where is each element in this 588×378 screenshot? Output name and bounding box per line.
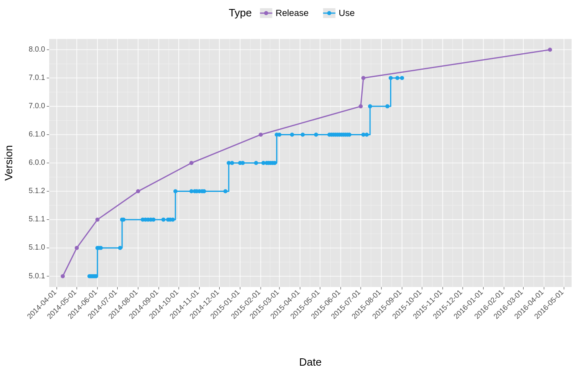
y-tick-label: 7.0.1: [29, 73, 45, 82]
y-tick-label: 5.1.1: [29, 215, 45, 223]
y-tick-label: 6.0.0: [29, 158, 45, 166]
series-release-point: [75, 246, 79, 250]
legend-item-use: Use: [323, 8, 355, 18]
series-release-point: [259, 132, 263, 137]
series-use-point: [400, 76, 404, 80]
y-tick-label: 7.0.0: [29, 102, 45, 110]
series-use-point: [99, 246, 103, 250]
chart-svg: 5.0.15.1.05.1.15.1.26.0.06.1.07.0.07.0.1…: [0, 0, 588, 378]
series-use-point: [241, 161, 245, 165]
series-use-point: [94, 274, 98, 278]
series-use-point: [314, 132, 318, 137]
series-use-point: [365, 132, 369, 137]
series-release-point: [189, 161, 193, 165]
legend: TypeReleaseUse: [229, 7, 355, 19]
chart-container: 5.0.15.1.05.1.15.1.26.0.06.1.07.0.07.0.1…: [0, 0, 588, 378]
legend-label: Release: [276, 8, 309, 18]
x-axis-title: Date: [299, 356, 322, 368]
series-release-point: [61, 274, 65, 278]
series-use-point: [272, 161, 277, 165]
series-release-point: [359, 104, 363, 108]
svg-point-109: [327, 11, 331, 15]
series-use-point: [161, 218, 166, 222]
series-use-point: [254, 161, 258, 165]
legend-title: Type: [229, 7, 252, 19]
series-use-point: [230, 161, 234, 165]
series-release-point: [548, 48, 552, 52]
series-use-point: [301, 132, 305, 137]
series-use-point: [290, 132, 294, 137]
series-use-point: [395, 76, 400, 80]
y-axis-title: Version: [2, 145, 15, 181]
series-release-point: [361, 76, 366, 80]
series-use-point: [171, 218, 175, 222]
series-use-point: [347, 132, 352, 137]
y-tick-label: 5.1.2: [29, 187, 45, 195]
y-tick-label: 6.1.0: [29, 130, 45, 138]
series-use-point: [385, 104, 389, 108]
series-release-point: [95, 218, 100, 222]
series-use-point: [368, 104, 372, 108]
series-use-point: [277, 132, 282, 137]
series-release-point: [136, 189, 140, 194]
legend-item-release: Release: [260, 8, 309, 18]
series-use-point: [173, 189, 177, 194]
series-use-point: [389, 76, 393, 80]
y-tick-label: 5.1.0: [29, 243, 45, 251]
y-tick-label: 8.0.0: [29, 45, 45, 53]
y-tick-label: 5.0.1: [29, 272, 45, 280]
series-use-point: [118, 246, 122, 250]
series-use-point: [151, 218, 155, 222]
svg-point-106: [264, 11, 268, 15]
legend-label: Use: [339, 8, 355, 18]
series-use-point: [202, 189, 206, 194]
series-use-point: [121, 218, 125, 222]
series-use-point: [223, 189, 227, 194]
